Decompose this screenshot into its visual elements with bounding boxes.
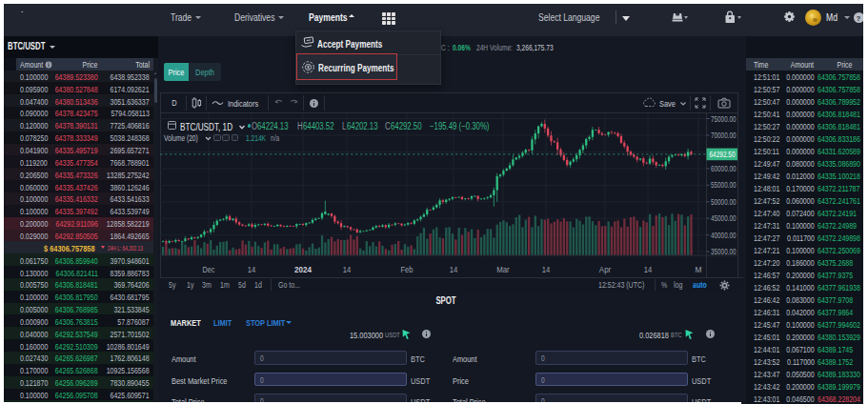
svg-text:70000.00: 70000.00 <box>711 131 737 140</box>
svg-text:Apr: Apr <box>599 265 612 274</box>
svg-text:55000.00: 55000.00 <box>711 180 737 190</box>
svg-text:75000.00: 75000.00 <box>711 114 737 124</box>
svg-text:14: 14 <box>644 265 653 274</box>
svg-text:14: 14 <box>542 265 551 274</box>
svg-text:50000.00: 50000.00 <box>711 197 737 207</box>
svg-text:40000.00: 40000.00 <box>711 231 737 240</box>
svg-text:14: 14 <box>248 265 256 274</box>
svg-text:Mar: Mar <box>496 265 510 274</box>
svg-text:64292.50: 64292.50 <box>710 150 736 159</box>
svg-text:Dec: Dec <box>203 265 215 274</box>
svg-text:60000.00: 60000.00 <box>711 164 737 173</box>
svg-text:M: M <box>696 265 702 274</box>
svg-text:14: 14 <box>343 265 352 274</box>
svg-text:Feb: Feb <box>401 265 414 274</box>
svg-text:14: 14 <box>450 265 458 274</box>
svg-text:45000.00: 45000.00 <box>711 213 737 223</box>
svg-text:35000.00: 35000.00 <box>711 247 737 256</box>
svg-text:2024: 2024 <box>294 265 312 274</box>
